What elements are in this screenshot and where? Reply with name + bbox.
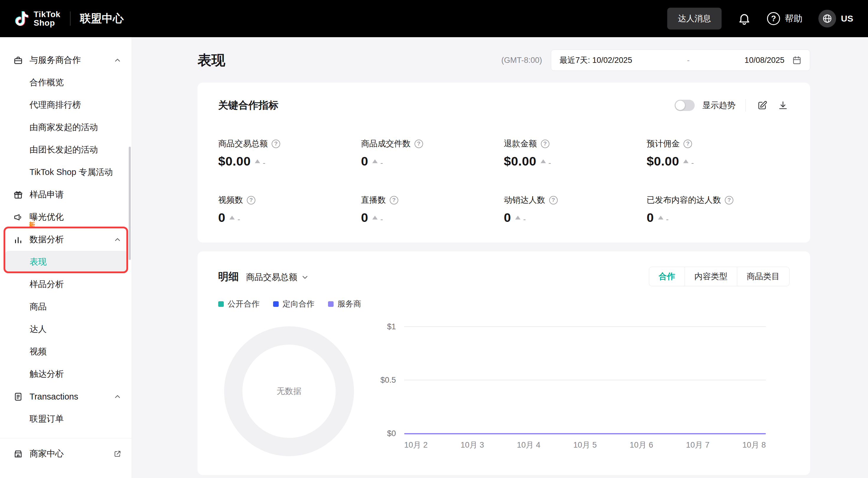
tiktok-logo-icon (15, 11, 29, 26)
sidebar-item-label: 联盟订单 (30, 413, 64, 425)
legend-swatch-purple (328, 301, 334, 307)
metric-active-creators: 动销达人数? 0- (504, 194, 647, 225)
sidebar-item-label: 由团长发起的活动 (30, 144, 98, 156)
question-icon[interactable]: ? (725, 196, 733, 204)
sidebar-item-tiktok-exclusive-campaigns[interactable]: TikTok Shop 专属活动 (0, 161, 132, 184)
x-axis-tick: 10月 3 (461, 440, 484, 450)
bar-chart-icon (13, 234, 23, 245)
sidebar-item-sample-analysis[interactable]: 样品分析 (0, 273, 132, 296)
question-icon[interactable]: ? (683, 139, 692, 148)
region-selector[interactable]: US (818, 10, 853, 27)
store-icon (13, 449, 23, 459)
metric-selector-dropdown[interactable]: 商品交易总额 (246, 272, 309, 283)
help-label: 帮助 (785, 13, 802, 25)
help-menu[interactable]: ? 帮助 (767, 12, 802, 25)
trend-up-icon (255, 159, 260, 163)
sidebar-item-exposure-optimization[interactable]: 曝光优化 新 (0, 206, 132, 228)
metric-estimated-commission: 预计佣金? $0.00- (647, 138, 789, 168)
question-icon[interactable]: ? (272, 139, 280, 148)
sidebar-item-performance[interactable]: 表现 (5, 251, 128, 273)
key-metrics-card: 关键合作指标 显示趋势 (197, 83, 810, 243)
sidebar-item-leader-campaigns[interactable]: 由团长发起的活动 (0, 139, 132, 161)
sidebar-group-transactions[interactable]: Transactions (0, 385, 132, 408)
metric-delta: - (380, 158, 383, 168)
metric-label: 动销达人数 (504, 194, 545, 206)
sidebar-item-merchant-center[interactable]: 商家中心 (0, 443, 132, 465)
gridline-0-5: $0.5 (404, 380, 766, 380)
metric-label: 视频数 (218, 194, 243, 206)
sidebar-item-affiliate-orders[interactable]: 联盟订单 (0, 408, 132, 430)
trend-up-icon (372, 159, 378, 163)
legend-swatch-teal (218, 301, 224, 307)
question-icon[interactable]: ? (390, 196, 398, 204)
question-icon[interactable]: ? (247, 196, 255, 204)
sidebar-footer: 商家中心 (0, 438, 132, 478)
app-title: 联盟中心 (80, 11, 124, 26)
page-title: 表现 (197, 51, 225, 70)
sidebar-group-partner-collab[interactable]: 与服务商合作 (0, 49, 132, 71)
date-range-end: 10/08/2025 (745, 56, 784, 65)
date-range-picker[interactable]: 最近7天: 10/02/2025 - 10/08/2025 (551, 50, 810, 71)
metric-creators-with-content: 已发布内容的达人数? 0- (647, 194, 789, 225)
sidebar-item-label: 触达分析 (30, 368, 64, 380)
sidebar-group-data-analytics[interactable]: 数据分析 (0, 228, 132, 251)
sidebar-item-videos[interactable]: 视频 (0, 341, 132, 363)
sidebar-item-label: 视频 (30, 346, 46, 358)
notification-bell-icon[interactable] (738, 12, 751, 25)
chevron-down-icon (301, 273, 309, 282)
sidebar-item-products[interactable]: 商品 (0, 296, 132, 318)
metric-label: 退款金额 (504, 138, 537, 149)
metric-label: 商品交易总额 (218, 138, 268, 149)
topbar-actions: 达人消息 ? 帮助 US (667, 8, 853, 30)
sidebar-item-creators[interactable]: 达人 (0, 318, 132, 341)
sidebar-item-label: 商品 (30, 301, 46, 313)
question-icon[interactable]: ? (414, 139, 423, 148)
creator-messages-button[interactable]: 达人消息 (667, 8, 721, 30)
download-button[interactable] (776, 99, 789, 112)
question-icon[interactable]: ? (541, 139, 550, 148)
help-icon: ? (767, 12, 780, 25)
gridline-1: $1 (404, 326, 766, 327)
question-icon[interactable]: ? (549, 196, 558, 204)
tab-content-type[interactable]: 内容类型 (685, 267, 737, 286)
sidebar-item-merchant-campaigns[interactable]: 由商家发起的活动 (0, 116, 132, 139)
legend-service-provider[interactable]: 服务商 (328, 298, 361, 309)
sidebar-item-collab-overview[interactable]: 合作概览 (0, 71, 132, 94)
metrics-card-header: 关键合作指标 显示趋势 (218, 99, 789, 112)
tiktok-shop-logo[interactable]: TikTok Shop (15, 10, 61, 27)
chart-legend: 公开合作 定向合作 服务商 (218, 298, 789, 309)
sidebar-item-label: 曝光优化 (30, 211, 122, 223)
show-trend-toggle[interactable] (675, 100, 695, 111)
legend-targeted-collab[interactable]: 定向合作 (273, 298, 314, 309)
trend-up-icon (515, 216, 521, 220)
sidebar-item-label: 表现 (30, 256, 46, 268)
metric-label: 直播数 (361, 194, 386, 206)
metric-videos: 视频数? 0- (218, 194, 361, 225)
metric-value: $0.00 (504, 154, 536, 168)
date-range-start: 最近7天: 10/02/2025 (559, 55, 632, 65)
metric-label: 已发布内容的达人数 (647, 194, 721, 206)
legend-open-collab[interactable]: 公开合作 (218, 298, 259, 309)
sidebar-group-label: 与服务商合作 (30, 54, 113, 66)
trend-up-icon (658, 216, 663, 220)
tab-collaboration[interactable]: 合作 (649, 267, 685, 286)
chevron-up-icon (113, 56, 122, 64)
detail-breakdown-card: 明细 商品交易总额 合作 内容类型 商品类目 (197, 251, 810, 475)
trend-up-icon (683, 159, 688, 163)
sidebar-item-agency-ranking[interactable]: 代理商排行榜 (0, 94, 132, 116)
edit-metrics-button[interactable] (756, 99, 769, 112)
sidebar-scrollbar[interactable] (129, 147, 131, 260)
sidebar-item-reach-analysis[interactable]: 触达分析 (0, 363, 132, 385)
sidebar-item-sample-request[interactable]: 样品申请 (0, 184, 132, 206)
legend-label: 定向合作 (283, 298, 314, 309)
legend-label: 服务商 (337, 298, 361, 309)
donut-chart-container: 无数据 (218, 326, 360, 456)
metric-delta: - (263, 158, 266, 168)
sidebar-item-label: 样品分析 (30, 279, 64, 290)
sidebar-item-label: 达人 (30, 323, 46, 335)
x-axis-tick: 10月 8 (742, 440, 766, 450)
x-axis-tick: 10月 6 (630, 440, 653, 450)
brand-line-1: TikTok (34, 10, 61, 19)
tab-product-category[interactable]: 商品类目 (737, 267, 789, 286)
metric-value: $0.00 (647, 154, 679, 168)
